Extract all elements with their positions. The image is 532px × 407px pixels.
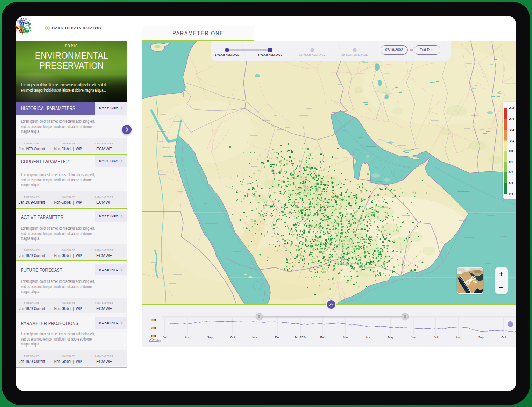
svg-text:Feb: Feb — [320, 336, 326, 339]
svg-text:100: 100 — [151, 334, 156, 338]
svg-text:0.1: 0.1 — [509, 160, 513, 164]
svg-text:Apr: Apr — [366, 336, 370, 339]
svg-text:0.3: 0.3 — [509, 181, 513, 185]
svg-text:Nov: Nov — [252, 336, 258, 339]
svg-text:Mar: Mar — [343, 336, 348, 339]
svg-text:Aug: Aug — [185, 336, 190, 339]
svg-text:Oct: Oct — [501, 336, 506, 339]
svg-text:-0.4: -0.4 — [509, 107, 514, 110]
svg-text:0.4: 0.4 — [509, 192, 513, 195]
svg-text:Aug: Aug — [456, 336, 461, 339]
svg-text:May: May — [388, 336, 394, 339]
svg-text:Dec: Dec — [275, 336, 281, 339]
svg-text:200: 200 — [151, 326, 156, 330]
svg-text:-0.3: -0.3 — [509, 117, 514, 121]
svg-text:Sep: Sep — [478, 336, 484, 339]
svg-text:Jul: Jul — [163, 336, 167, 339]
svg-text:-0.2: -0.2 — [509, 128, 514, 131]
svg-text:Oct: Oct — [230, 336, 235, 339]
svg-text:Sep: Sep — [207, 336, 213, 339]
svg-text:Jan 2024: Jan 2024 — [294, 336, 307, 339]
svg-text:0.0: 0.0 — [509, 149, 513, 153]
svg-text:0.2: 0.2 — [509, 171, 513, 174]
svg-text:Jul: Jul — [434, 336, 438, 339]
svg-text:-0.1: -0.1 — [509, 139, 514, 142]
svg-text:300: 300 — [151, 318, 156, 322]
svg-text:Jun: Jun — [411, 336, 416, 339]
